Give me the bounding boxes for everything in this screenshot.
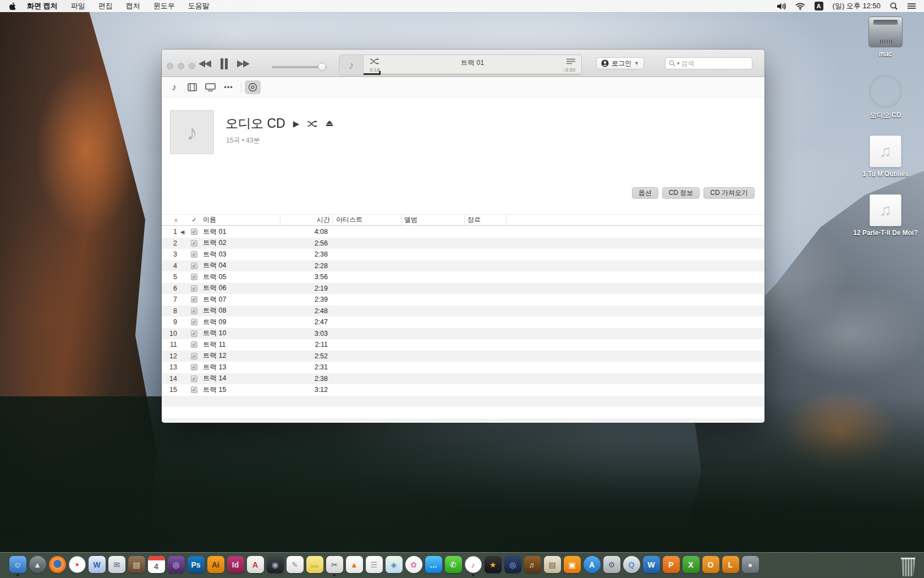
- audio-cd-tab-selected[interactable]: [245, 80, 261, 94]
- dock-maps-icon[interactable]: ◈: [385, 556, 403, 576]
- volume-knob[interactable]: [318, 63, 326, 71]
- track-row[interactable]: 6✓트랙 062:19: [162, 283, 765, 295]
- dock-messages-icon[interactable]: …: [425, 556, 442, 576]
- close-button[interactable]: [167, 63, 173, 69]
- track-row[interactable]: 11✓트랙 112:11: [162, 339, 765, 351]
- track-checkbox[interactable]: ✓: [188, 330, 200, 337]
- track-row[interactable]: 9✓트랙 092:47: [162, 317, 765, 328]
- movies-tab-icon[interactable]: [183, 83, 201, 91]
- dock-garageband-icon[interactable]: ♬: [524, 556, 541, 576]
- dock-outlook-icon[interactable]: O: [702, 556, 719, 576]
- track-row[interactable]: 3✓트랙 032:38: [162, 249, 765, 260]
- dock-vlc-icon[interactable]: ▲: [345, 556, 363, 576]
- spotlight-icon[interactable]: [890, 2, 898, 10]
- login-button[interactable]: 로그인 ▼: [596, 57, 644, 69]
- dock-imovie-icon[interactable]: ★: [484, 556, 502, 576]
- dock-toast-icon[interactable]: ◎: [167, 556, 185, 576]
- track-row[interactable]: 7✓트랙 072:39: [162, 294, 765, 306]
- dock-utility-icon[interactable]: ●: [741, 556, 759, 576]
- options-button[interactable]: 옵션: [632, 187, 658, 199]
- dock-contacts-icon[interactable]: ▤: [128, 556, 145, 576]
- play-album-button[interactable]: ▶: [293, 119, 300, 129]
- track-checkbox[interactable]: ✓: [188, 386, 200, 393]
- menu-item[interactable]: 파일: [71, 1, 85, 11]
- cd-info-button[interactable]: CD 정보: [662, 187, 700, 199]
- column-checkbox[interactable]: ✓: [188, 215, 200, 225]
- track-row[interactable]: 4✓트랙 042:28: [162, 260, 765, 272]
- track-row[interactable]: 12✓트랙 122:52: [162, 351, 765, 362]
- track-row[interactable]: 13✓트랙 132:31: [162, 362, 765, 373]
- search-input[interactable]: [681, 59, 736, 67]
- zoom-button[interactable]: [189, 63, 195, 69]
- desktop[interactable]: 화면 캡처파일편집캡처윈도우도움말 A (일) 오후 12:50: [0, 0, 924, 578]
- previous-button[interactable]: [198, 60, 212, 68]
- dock-excel-icon[interactable]: X: [682, 556, 700, 576]
- menu-item[interactable]: 편집: [98, 1, 113, 11]
- more-tab-icon[interactable]: •••: [219, 83, 238, 91]
- track-checkbox[interactable]: ✓: [188, 308, 200, 314]
- dock-reminders-icon[interactable]: ☰: [365, 556, 383, 576]
- track-checkbox[interactable]: ✓: [188, 240, 200, 247]
- track-checkbox[interactable]: ✓: [188, 263, 200, 269]
- menu-item[interactable]: 캡처: [126, 1, 140, 11]
- column-genre[interactable]: 장르: [465, 215, 507, 225]
- desktop-icon-cd[interactable]: 오디오 CD: [853, 74, 919, 119]
- menu-app-name[interactable]: 화면 캡처: [27, 1, 58, 11]
- minimize-button[interactable]: [178, 63, 184, 69]
- notification-center-icon[interactable]: [907, 3, 916, 9]
- track-row[interactable]: 15✓트랙 153:12: [162, 384, 765, 396]
- dock-facetime-icon[interactable]: ✆: [444, 556, 462, 576]
- sort-indicator[interactable]: ∧: [162, 215, 178, 225]
- dock-itunes-icon[interactable]: ♪: [464, 556, 482, 576]
- tv-shows-tab-icon[interactable]: [201, 83, 219, 91]
- menu-bar-clock[interactable]: (일) 오후 12:50: [833, 1, 881, 11]
- wifi-icon[interactable]: [795, 3, 805, 10]
- track-row[interactable]: 14✓트랙 142:38: [162, 373, 765, 385]
- dock-word-icon[interactable]: W: [642, 556, 660, 576]
- dock-textedit-icon[interactable]: ✎: [286, 556, 304, 576]
- track-checkbox[interactable]: ✓: [188, 341, 200, 348]
- dock-acrobat-icon[interactable]: A: [246, 556, 264, 576]
- dock-photoshop-icon[interactable]: Ps: [187, 556, 205, 576]
- input-source-badge[interactable]: A: [815, 2, 823, 10]
- track-checkbox[interactable]: ✓: [188, 375, 200, 382]
- dock-lync-icon[interactable]: L: [722, 556, 739, 576]
- track-checkbox[interactable]: ✓: [188, 296, 200, 303]
- track-checkbox[interactable]: ✓: [188, 353, 200, 359]
- dock-idvd-icon[interactable]: ◎: [504, 556, 521, 576]
- track-row[interactable]: 2✓트랙 022:56: [162, 238, 765, 249]
- dock-illustrator-icon[interactable]: Ai: [207, 556, 224, 576]
- next-button[interactable]: [236, 60, 250, 68]
- track-checkbox[interactable]: ✓: [188, 319, 200, 325]
- track-row[interactable]: 1◀))✓트랙 014:08: [162, 226, 765, 238]
- dock-system-preferences-icon[interactable]: ⚙: [603, 556, 620, 576]
- apple-menu-icon[interactable]: [9, 2, 16, 10]
- dock-ibooks-icon[interactable]: ▣: [563, 556, 581, 576]
- track-row[interactable]: 10✓트랙 103:03: [162, 328, 765, 340]
- music-tab-icon[interactable]: ♪: [165, 82, 183, 93]
- column-time[interactable]: 시간: [280, 215, 333, 225]
- track-checkbox[interactable]: ✓: [188, 364, 200, 370]
- volume-icon[interactable]: [777, 3, 786, 10]
- shuffle-album-button[interactable]: [307, 121, 318, 127]
- up-next-icon[interactable]: [566, 58, 575, 64]
- desktop-icon-audio-file[interactable]: ♫12 Parle-T-Il De Moi?: [853, 194, 919, 237]
- menu-item[interactable]: 도움말: [188, 1, 210, 11]
- dock-app-store-icon[interactable]: A: [583, 556, 601, 576]
- pause-button[interactable]: [220, 58, 228, 69]
- dock-safari-icon[interactable]: ✦: [68, 556, 86, 576]
- trash-icon[interactable]: [900, 558, 916, 576]
- progress-bar[interactable]: [364, 73, 581, 75]
- dock-mail-icon[interactable]: ✉: [108, 556, 125, 576]
- track-checkbox[interactable]: ✓: [188, 274, 200, 280]
- dock-quicktime-icon[interactable]: Q: [623, 556, 640, 576]
- desktop-icon-hard-drive[interactable]: mac: [853, 17, 919, 58]
- dock-dvd-player-icon[interactable]: ◉: [266, 556, 284, 576]
- track-row[interactable]: 8✓트랙 082:48: [162, 306, 765, 317]
- dock-photos-icon[interactable]: ✿: [405, 556, 422, 576]
- column-album[interactable]: 앨범: [402, 215, 465, 225]
- eject-cd-button[interactable]: [326, 121, 333, 127]
- dock-grab-icon[interactable]: ✂: [326, 556, 343, 576]
- search-field[interactable]: ▾: [665, 57, 752, 69]
- dock-firefox-icon[interactable]: [48, 556, 66, 576]
